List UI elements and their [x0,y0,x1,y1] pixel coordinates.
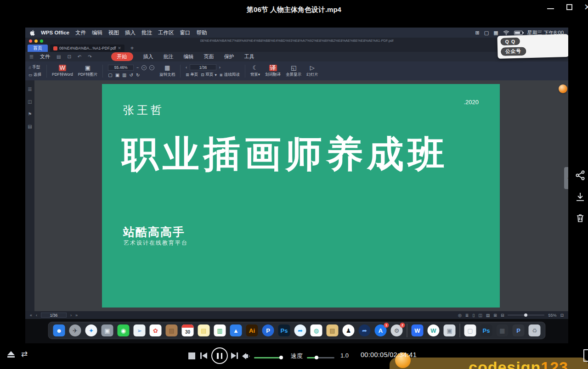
zoom-value-select[interactable]: 55.46% [108,65,134,71]
rotate-document-button[interactable]: ▦ 旋转文档 [159,65,175,78]
thumbnail-icon[interactable]: ◫ [28,99,32,104]
zoom-in-icon[interactable]: + [141,65,147,70]
ribbon-tab-编辑[interactable]: 编辑 [184,53,194,60]
outline-icon[interactable]: ☰ [28,87,32,92]
page-prev-icon[interactable]: ‹ [186,65,187,70]
menu-item-视图[interactable]: 视图 [108,29,119,36]
eject-icon[interactable] [7,351,15,358]
menu-item-文件[interactable]: 文件 [75,29,86,36]
min-p-window-dock-icon[interactable]: P [513,324,525,336]
hamburger-icon[interactable]: ☰ [29,54,34,59]
wangwang-dock-icon[interactable]: ➦ [359,324,371,336]
eye-protection-icon[interactable]: ◎ [458,313,462,318]
meeting-dock-icon[interactable]: ◍ [311,324,322,336]
finder-dock-icon[interactable]: ☻ [53,324,65,336]
fit-page-icon[interactable]: ▢ [108,73,112,78]
next-page-icon[interactable]: › [70,313,72,318]
volume-slider[interactable] [254,356,282,359]
previous-button[interactable] [200,352,207,359]
floating-assistant-button[interactable] [559,84,567,93]
menu-item-批注[interactable]: 批注 [141,29,152,36]
maps-dock-icon[interactable]: ➢ [134,324,146,336]
fit-width-icon[interactable]: ▣ [115,73,119,78]
video-content[interactable]: WPS Office 文件编辑视图插入批注工作区窗口帮助 ⊞ ▢ ▦ 星期三 下… [25,28,568,343]
pause-button[interactable] [211,347,228,364]
writer-dock-icon[interactable]: W [428,324,440,336]
wifi-icon[interactable] [503,30,509,35]
menu-app-name[interactable]: WPS Office [41,30,69,35]
loop-icon[interactable]: ⇄ [21,349,28,359]
p-app-dock-icon[interactable]: P [262,324,274,336]
select-tool-button[interactable]: ▭选择 [28,72,41,78]
minimize-icon[interactable] [547,8,554,9]
annotation-icon[interactable]: ▤ [28,124,32,129]
min-document-dock-icon[interactable]: ▢ [464,324,476,336]
page-indicator-input[interactable]: 1/36 [190,64,216,70]
ribbon-tab-保护[interactable]: 保护 [224,53,234,60]
volume-icon[interactable]: › [242,353,250,359]
tab-close-icon[interactable]: ✕ [118,46,121,50]
fullscreen-icon[interactable] [583,349,588,362]
trash-icon[interactable] [575,212,587,225]
illustrator-dock-icon[interactable]: Ai [246,324,258,336]
ribbon-tab-工具[interactable]: 工具 [244,53,254,60]
tab-home[interactable]: 首页 [28,45,48,52]
launchpad-dock-icon[interactable]: ✈ [69,324,81,336]
min-window-dock-icon[interactable]: ▦ [497,324,509,336]
bluebird-dock-icon[interactable]: ➦ [294,324,306,336]
menu-item-插入[interactable]: 插入 [125,29,136,36]
redo-icon[interactable]: ↷ [88,54,91,59]
documents-dock-icon[interactable]: ▤ [327,324,339,336]
status-zoom-slider[interactable] [508,313,544,317]
traffic-close-icon[interactable] [29,39,32,43]
close-icon[interactable]: ✕ [584,2,588,12]
ribbon-tab-插入[interactable]: 插入 [143,53,153,60]
qq-dock-icon[interactable]: ♟ [343,324,355,336]
pdf-to-word-button[interactable]: W PDF转Word [52,65,73,78]
translate-button[interactable]: 译 划词翻译 [265,65,281,78]
document-area[interactable]: ☰◫⚑▤ .2020 张王哲 职业插画师养成班 站酷高高手 艺术设计在线教育平台 [25,80,568,311]
safari-dock-icon[interactable]: ✦ [85,324,97,336]
last-page-icon[interactable]: » [75,313,78,318]
speed-slider[interactable] [307,356,334,359]
menu-item-编辑[interactable]: 编辑 [92,29,102,36]
maximize-icon[interactable] [566,4,572,10]
double-page-view-icon[interactable]: ◫ [478,313,482,318]
undo-icon[interactable]: ↶ [78,54,81,59]
status-page-indicator[interactable]: 1/36 [41,313,67,318]
numbers-dock-icon[interactable]: ▥ [214,324,226,336]
calendar-dock-icon[interactable]: 30 [182,324,194,336]
menu-item-窗口[interactable]: 窗口 [180,29,190,36]
continuous-read-button[interactable]: ≣连续阅读 [220,72,240,78]
background-button[interactable]: ☾ 背景▾ [250,65,260,78]
slideshow-button[interactable]: ▷ 幻灯片 [306,65,318,78]
traffic-zoom-icon[interactable] [40,39,43,43]
next-button[interactable] [231,352,238,359]
keynote-dock-icon[interactable]: ▲ [230,324,242,336]
fit-page-view-icon[interactable]: ⊞ [493,313,497,318]
hand-tool-button[interactable]: ☝手型 [28,65,41,70]
fit-width-view-icon[interactable]: ▤ [486,313,490,318]
traffic-minimize-icon[interactable] [34,39,38,43]
print-icon[interactable]: ⊡ [67,54,71,59]
rotate-right-icon[interactable]: ↻ [136,73,140,78]
wallet-dock-icon[interactable]: ▤ [166,324,178,336]
download-icon[interactable] [575,191,587,204]
ribbon-tab-开始[interactable]: 开始 [111,52,133,61]
apple-menu-icon[interactable] [30,30,35,36]
single-page-button[interactable]: ⊞单页 [186,72,198,78]
first-page-icon[interactable]: « [30,313,32,318]
double-page-button[interactable]: ⊟双页▾ [201,72,216,78]
save-icon[interactable]: ▤ [57,54,61,59]
actual-size-icon[interactable]: ▥ [122,73,126,78]
single-page-view-icon[interactable]: ▯ [472,313,475,318]
fullscreen-display-button[interactable]: ◱ 全屏显示 [286,65,301,78]
status-fullscreen-icon[interactable]: ⊡ [560,313,564,318]
pdf-to-image-button[interactable]: ▣ PDF转图片 [78,65,98,78]
rotate-left-icon[interactable]: ↺ [130,73,133,78]
new-tab-button[interactable]: + [127,45,134,52]
ribbon-tab-批注[interactable]: 批注 [164,53,174,60]
side-panel-handle[interactable]: ◀ [564,167,568,189]
zoom-minus-icon[interactable]: − [136,65,139,70]
screenshot-dock-icon[interactable]: ▣ [102,324,113,336]
